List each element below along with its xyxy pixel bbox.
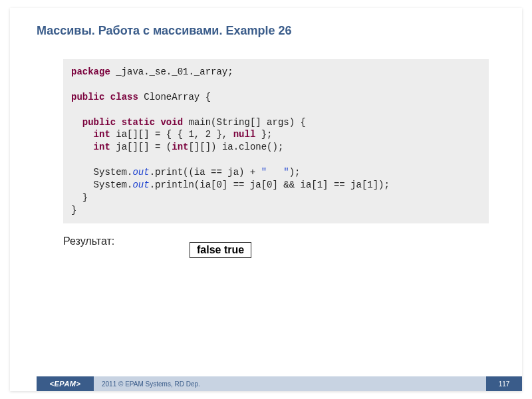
- code-text: [][]) ia.clone();: [188, 142, 283, 152]
- kw-null: null: [233, 129, 256, 140]
- string-literal: " ": [261, 167, 289, 178]
- code-text: System.: [71, 167, 132, 178]
- code-text: }: [71, 192, 88, 203]
- footer: <EPAM> 2011 © EPAM Systems, RD Dep. 117: [10, 376, 522, 391]
- kw-package: package: [71, 66, 110, 77]
- field-out: out: [132, 167, 149, 178]
- kw-int: int: [172, 142, 188, 152]
- code-block: package _java._se._01._array; public cla…: [63, 59, 489, 223]
- field-out: out: [132, 180, 149, 190]
- footer-spacer: [10, 376, 37, 391]
- slide: Массивы. Работа с массивами. Example 26 …: [10, 8, 522, 391]
- kw-public: public: [71, 92, 104, 102]
- code-text: main(String[] args) {: [183, 117, 306, 128]
- kw-int: int: [94, 129, 110, 140]
- result-label: Результат:: [63, 235, 522, 247]
- slide-title: Массивы. Работа с массивами. Example 26: [10, 8, 522, 43]
- epam-logo: <EPAM>: [37, 376, 94, 391]
- kw-public: public: [82, 117, 116, 128]
- code-text: .print((ia == ja) +: [150, 167, 261, 178]
- kw-void: void: [160, 117, 183, 128]
- code-text: ia[][] = { { 1, 2 },: [110, 129, 233, 140]
- code-text: System.: [71, 180, 132, 190]
- code-text: .println(ia[0] == ja[0] && ia[1] == ja[1…: [150, 180, 390, 190]
- kw-int: int: [94, 142, 110, 152]
- kw-static: static: [122, 117, 155, 128]
- code-text: ja[][] = (: [110, 142, 172, 152]
- kw-class: class: [110, 92, 138, 102]
- footer-copyright: 2011 © EPAM Systems, RD Dep.: [94, 376, 486, 391]
- code-text: _java._se._01._array;: [110, 66, 233, 77]
- code-text: );: [289, 167, 301, 178]
- code-text: };: [255, 129, 272, 140]
- page-number: 117: [486, 376, 522, 391]
- class-name: CloneArray {: [138, 92, 211, 102]
- code-text: }: [71, 205, 76, 215]
- result-output: false true: [190, 242, 251, 258]
